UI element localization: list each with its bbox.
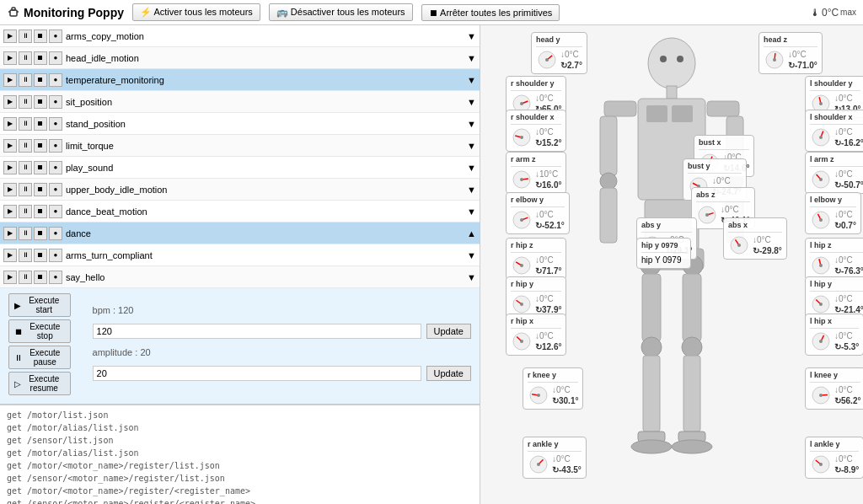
- chevron-icon[interactable]: ▼: [467, 206, 476, 217]
- prim-record-button[interactable]: ●: [49, 73, 62, 87]
- prim-play-button[interactable]: ▶: [3, 73, 17, 87]
- motor-card[interactable]: r knee y ↓0°C ↻30.1°: [523, 367, 583, 410]
- execute-stop-button[interactable]: ⏹ Execute stop: [8, 319, 71, 343]
- prim-pause-button[interactable]: ⏸: [19, 51, 32, 65]
- motor-card[interactable]: l elbow y ↓0°C ↻0.7°: [805, 192, 861, 234]
- chevron-icon[interactable]: ▼: [467, 250, 476, 260]
- execute-resume-button[interactable]: ▷ Execute resume: [8, 372, 71, 395]
- prim-record-button[interactable]: ●: [49, 205, 62, 218]
- prim-play-button[interactable]: ▶: [3, 95, 17, 109]
- chevron-icon[interactable]: ▼: [467, 53, 476, 63]
- prim-record-button[interactable]: ●: [49, 29, 62, 43]
- prim-play-button[interactable]: ▶: [3, 161, 17, 174]
- prim-pause-button[interactable]: ⏸: [19, 271, 32, 284]
- motor-card[interactable]: l hip y ↓0°C ↻-21.4°: [805, 276, 863, 319]
- prim-record-button[interactable]: ●: [49, 161, 62, 174]
- prim-stop-button[interactable]: ⏹: [34, 271, 47, 284]
- prim-record-button[interactable]: ●: [49, 249, 62, 262]
- primitive-row[interactable]: ▶ ⏸ ⏹ ● limit_torque ▼: [0, 135, 480, 157]
- primitive-row[interactable]: ▶ ⏸ ⏹ ● say_hello ▼: [0, 266, 480, 288]
- motor-card[interactable]: l hip x ↓0°C ↻-5.3°: [805, 314, 863, 356]
- motor-card[interactable]: head y ↓0°C ↻2.7°: [531, 32, 587, 74]
- prim-stop-button[interactable]: ⏹: [34, 29, 47, 43]
- prim-stop-button[interactable]: ⏹: [34, 227, 47, 240]
- execute-start-button[interactable]: ▶ Execute start: [8, 293, 71, 317]
- prim-pause-button[interactable]: ⏸: [19, 205, 32, 218]
- primitive-row[interactable]: ▶ ⏸ ⏹ ● play_sound ▼: [0, 157, 480, 179]
- motor-card[interactable]: hip y 0979 hip Y 0979: [636, 238, 691, 269]
- prim-stop-button[interactable]: ⏹: [34, 205, 47, 218]
- prim-play-button[interactable]: ▶: [3, 139, 17, 153]
- prim-play-button[interactable]: ▶: [3, 205, 17, 218]
- prim-stop-button[interactable]: ⏹: [34, 161, 47, 174]
- prim-play-button[interactable]: ▶: [3, 51, 17, 65]
- execute-pause-button[interactable]: ⏸ Execute pause: [8, 346, 71, 369]
- chevron-icon[interactable]: ▲: [467, 228, 476, 239]
- prim-record-button[interactable]: ●: [49, 183, 62, 196]
- prim-play-button[interactable]: ▶: [3, 29, 17, 43]
- motor-card[interactable]: abs x ↓0°C ↻-29.8°: [723, 217, 787, 260]
- amplitude-input[interactable]: [93, 366, 421, 381]
- prim-record-button[interactable]: ●: [49, 271, 62, 284]
- bpm-update-button[interactable]: Update: [426, 324, 471, 339]
- prim-pause-button[interactable]: ⏸: [19, 183, 32, 196]
- prim-pause-button[interactable]: ⏸: [19, 73, 32, 87]
- motor-card[interactable]: r arm z ↓10°C ↻16.0°: [506, 152, 566, 194]
- prim-stop-button[interactable]: ⏹: [34, 51, 47, 65]
- stop-primitives-button[interactable]: ⏹ Arrêter toutes les primitives: [421, 4, 560, 21]
- chevron-icon[interactable]: ▼: [467, 97, 476, 107]
- motor-card[interactable]: l ankle y ↓0°C ↻-8.9°: [805, 437, 863, 479]
- prim-play-button[interactable]: ▶: [3, 117, 17, 131]
- prim-stop-button[interactable]: ⏹: [34, 183, 47, 196]
- chevron-icon[interactable]: ▼: [467, 141, 476, 151]
- prim-record-button[interactable]: ●: [49, 139, 62, 153]
- motor-card[interactable]: r hip y ↓0°C ↻37.9°: [506, 276, 566, 319]
- motor-card[interactable]: l hip z ↓0°C ↻-76.3°: [805, 238, 863, 280]
- primitive-row[interactable]: ▶ ⏸ ⏹ ● stand_position ▼: [0, 113, 480, 135]
- motor-card[interactable]: r elbow y ↓0°C ↻-52.1°: [506, 192, 570, 234]
- prim-pause-button[interactable]: ⏸: [19, 117, 32, 131]
- motor-card[interactable]: head z ↓0°C ↻-71.0°: [758, 32, 823, 74]
- prim-record-button[interactable]: ●: [49, 95, 62, 109]
- deactivate-motors-button[interactable]: 🚌 Désactiver tous les moteurs: [269, 3, 413, 21]
- motor-card[interactable]: r ankle y ↓0°C ↻-43.5°: [523, 437, 587, 479]
- chevron-icon[interactable]: ▼: [467, 31, 476, 41]
- amplitude-update-button[interactable]: Update: [426, 366, 471, 381]
- prim-record-button[interactable]: ●: [49, 117, 62, 131]
- primitive-row[interactable]: ▶ ⏸ ⏹ ● dance ▲: [0, 223, 480, 244]
- primitive-row[interactable]: ▶ ⏸ ⏹ ● sit_position ▼: [0, 91, 480, 113]
- primitive-row[interactable]: ▶ ⏸ ⏹ ● arms_turn_compliant ▼: [0, 244, 480, 266]
- activate-motors-button[interactable]: ⚡ Activer tous les moteurs: [132, 3, 260, 21]
- prim-pause-button[interactable]: ⏸: [19, 29, 32, 43]
- prim-pause-button[interactable]: ⏸: [19, 161, 32, 174]
- motor-card[interactable]: r hip z ↓0°C ↻71.7°: [506, 238, 566, 280]
- chevron-icon[interactable]: ▼: [467, 272, 476, 282]
- primitive-row[interactable]: ▶ ⏸ ⏹ ● head_idle_motion ▼: [0, 47, 480, 69]
- prim-pause-button[interactable]: ⏸: [19, 227, 32, 240]
- prim-record-button[interactable]: ●: [49, 227, 62, 240]
- prim-stop-button[interactable]: ⏹: [34, 139, 47, 153]
- motor-card[interactable]: l knee y ↓0°C ↻56.2°: [805, 367, 863, 410]
- chevron-icon[interactable]: ▼: [467, 185, 476, 195]
- prim-play-button[interactable]: ▶: [3, 271, 17, 284]
- chevron-icon[interactable]: ▼: [467, 163, 476, 173]
- chevron-icon[interactable]: ▼: [467, 75, 476, 85]
- motor-card[interactable]: l arm z ↓0°C ↻-50.7°: [805, 152, 863, 194]
- motor-card[interactable]: r shoulder x ↓0°C ↻15.2°: [506, 110, 566, 152]
- prim-pause-button[interactable]: ⏸: [19, 249, 32, 262]
- prim-stop-button[interactable]: ⏹: [34, 249, 47, 262]
- primitive-row[interactable]: ▶ ⏸ ⏹ ● upper_body_idle_motion ▼: [0, 179, 480, 201]
- motor-card[interactable]: r hip x ↓0°C ↻12.6°: [506, 314, 566, 356]
- bpm-input[interactable]: [93, 324, 421, 339]
- prim-pause-button[interactable]: ⏸: [19, 139, 32, 153]
- primitive-row[interactable]: ▶ ⏸ ⏹ ● arms_copy_motion ▼: [0, 25, 480, 47]
- prim-stop-button[interactable]: ⏹: [34, 73, 47, 87]
- prim-pause-button[interactable]: ⏸: [19, 95, 32, 109]
- prim-stop-button[interactable]: ⏹: [34, 95, 47, 109]
- prim-play-button[interactable]: ▶: [3, 249, 17, 262]
- primitive-row[interactable]: ▶ ⏸ ⏹ ● temperature_monitoring ▼: [0, 69, 480, 91]
- chevron-icon[interactable]: ▼: [467, 119, 476, 129]
- motor-card[interactable]: l shoulder x ↓0°C ↻-16.2°: [805, 110, 863, 152]
- prim-play-button[interactable]: ▶: [3, 183, 17, 196]
- prim-stop-button[interactable]: ⏹: [34, 117, 47, 131]
